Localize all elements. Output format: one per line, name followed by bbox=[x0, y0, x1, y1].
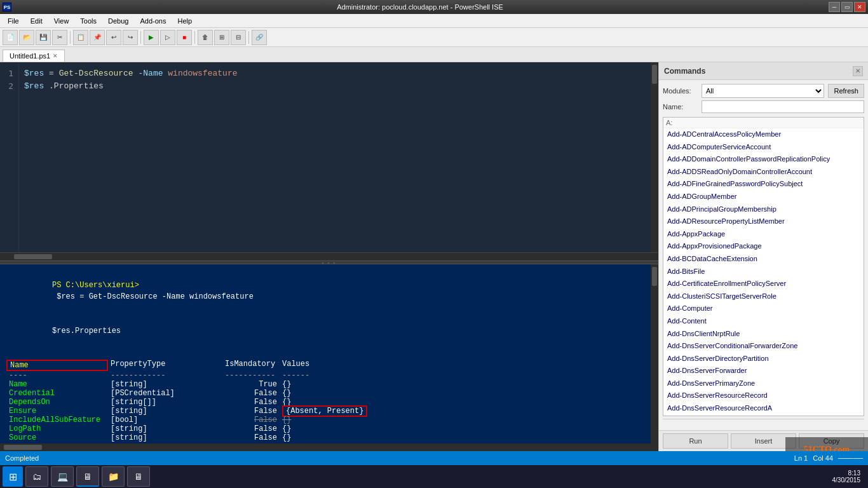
cmd-item-13[interactable]: Add-ClusteriSCSITargetServerRole bbox=[663, 290, 864, 303]
main-content: 1 2 $res = Get-DscResource -Name windows… bbox=[0, 62, 868, 451]
cmd-item-20[interactable]: Add-DnsServerPrimaryZone bbox=[663, 377, 864, 390]
cmd-item-19[interactable]: Add-DnsServerForwarder bbox=[663, 365, 864, 377]
redo-button[interactable]: ↪ bbox=[123, 30, 138, 45]
cmd-item-0[interactable]: Add-ADCentralAccessPolicyMember bbox=[663, 128, 864, 141]
commands-h-scroll[interactable] bbox=[663, 419, 864, 426]
minimize-button[interactable]: ─ bbox=[829, 2, 840, 12]
tab-close-button[interactable]: ✕ bbox=[53, 53, 58, 59]
row2-name: DependsOn bbox=[6, 398, 108, 407]
cmd-item-18[interactable]: Add-DnsServerDirectoryPartition bbox=[663, 353, 864, 365]
status-ln: Ln 1 bbox=[794, 454, 808, 462]
toolbar-sep-1 bbox=[70, 31, 71, 44]
ensure-highlight: {Absent, Present} bbox=[282, 405, 367, 417]
cmd-item-16[interactable]: Add-DnsClientNrptRule bbox=[663, 328, 864, 341]
cmd-item-3[interactable]: Add-ADDSReadOnlyDomainControllerAccount bbox=[663, 166, 864, 179]
terminal-h-scroll[interactable] bbox=[0, 444, 658, 451]
cmd-item-8[interactable]: Add-AppxPackage bbox=[663, 228, 864, 241]
var-res: $res bbox=[24, 69, 44, 78]
cmd-item-1[interactable]: Add-ADComputerServiceAccount bbox=[663, 141, 864, 154]
taskbar-item-4[interactable]: 🖥 bbox=[127, 466, 150, 487]
row6-values: {} bbox=[280, 433, 294, 442]
run-button[interactable]: Run bbox=[663, 433, 728, 449]
terminal-section: PS C:\Users\xierui> $res = Get-DscResour… bbox=[0, 264, 658, 444]
new-file-button[interactable]: 📄 bbox=[3, 30, 18, 45]
editor-scroll-track[interactable] bbox=[651, 62, 658, 252]
taskbar-item-2[interactable]: 🖥 bbox=[76, 466, 99, 487]
title-bar-title: Administrator: pocloud.cloudapp.net - Po… bbox=[11, 3, 829, 11]
status-completed: Completed bbox=[5, 454, 39, 462]
expand-button[interactable]: ⊟ bbox=[231, 30, 246, 45]
cmd-item-17[interactable]: Add-DnsServerConditionalForwarderZone bbox=[663, 340, 864, 353]
menu-debug[interactable]: Debug bbox=[103, 16, 133, 26]
table-row-3: Ensure [string] False {Absent, Present} bbox=[6, 407, 644, 416]
title-bar: PS Administrator: pocloud.cloudapp.net -… bbox=[0, 0, 868, 14]
menu-file[interactable]: File bbox=[3, 16, 24, 26]
cmd-item-14[interactable]: Add-Computer bbox=[663, 302, 864, 315]
menu-edit[interactable]: Edit bbox=[25, 16, 48, 26]
table-row-6: Source [string] False {} bbox=[6, 433, 644, 442]
menu-help[interactable]: Help bbox=[172, 16, 197, 26]
format-button[interactable]: ⊞ bbox=[214, 30, 229, 45]
terminal-scroll-track[interactable] bbox=[651, 264, 658, 444]
cmd-item-11[interactable]: Add-BitsFile bbox=[663, 266, 864, 278]
taskbar-item-1[interactable]: 💻 bbox=[51, 466, 74, 487]
terminal-blank-2 bbox=[6, 442, 644, 444]
commands-close-button[interactable]: ✕ bbox=[853, 66, 863, 76]
menu-view[interactable]: View bbox=[49, 16, 74, 26]
cmd-item-15[interactable]: Add-Content bbox=[663, 315, 864, 328]
refresh-button[interactable]: Refresh bbox=[828, 84, 864, 98]
cmd-item-21[interactable]: Add-DnsServerResourceRecord bbox=[663, 390, 864, 402]
status-bar: Completed Ln 1 Col 44 ───── bbox=[0, 451, 868, 465]
terminal-pane[interactable]: PS C:\Users\xierui> $res = Get-DscResour… bbox=[0, 264, 651, 444]
menu-addons[interactable]: Add-ons bbox=[135, 16, 171, 26]
modules-select[interactable]: All bbox=[702, 84, 824, 98]
run-button[interactable]: ▶ bbox=[144, 30, 159, 45]
table-row-4: IncludeAllSubFeature [bool] False {} bbox=[6, 416, 644, 424]
dash-values: ------ bbox=[280, 371, 312, 380]
paste-button[interactable]: 📌 bbox=[90, 30, 105, 45]
close-button[interactable]: ✕ bbox=[854, 2, 865, 12]
taskbar-item-3[interactable]: 📁 bbox=[102, 466, 125, 487]
cmd-item-7[interactable]: Add-ADResourcePropertyListMember bbox=[663, 215, 864, 228]
taskbar-item-0[interactable]: 🗂 bbox=[25, 466, 48, 487]
copy-button[interactable]: 📋 bbox=[73, 30, 88, 45]
script-editor[interactable]: 1 2 $res = Get-DscResource -Name windows… bbox=[0, 62, 651, 252]
name-input[interactable] bbox=[702, 100, 864, 113]
maximize-button[interactable]: ▭ bbox=[841, 2, 853, 12]
open-button[interactable]: 📂 bbox=[19, 30, 34, 45]
status-left: Completed bbox=[5, 454, 39, 462]
term-prompt-1: PS C:\Users\xierui> bbox=[52, 281, 139, 290]
table-row-5: LogPath [string] False {} bbox=[6, 424, 644, 433]
cmd-item-2[interactable]: Add-ADDomainControllerPasswordReplicatio… bbox=[663, 153, 864, 166]
cmd-item-22[interactable]: Add-DnsServerResourceRecordA bbox=[663, 402, 864, 415]
taskbar: ⊞ 🗂 💻 🖥 📁 🖥 8:13 4/30/2015 bbox=[0, 465, 868, 488]
row4-name: IncludeAllSubFeature bbox=[6, 416, 108, 424]
param-name: -Name bbox=[138, 69, 168, 78]
window-controls[interactable]: ─ ▭ ✕ bbox=[829, 2, 865, 12]
string-windowsfeature: windowsfeature bbox=[168, 69, 237, 78]
taskbar-icon-2: 🖥 bbox=[83, 471, 92, 482]
cmd-item-9[interactable]: Add-AppxProvisionedPackage bbox=[663, 240, 864, 253]
cmd-item-5[interactable]: Add-ADGroupMember bbox=[663, 191, 864, 203]
commands-list-section-a: A: bbox=[663, 118, 864, 128]
clear-output-button[interactable]: 🗑 bbox=[198, 30, 213, 45]
cmd-item-12[interactable]: Add-CertificateEnrollmentPolicyServer bbox=[663, 278, 864, 290]
menu-tools[interactable]: Tools bbox=[75, 16, 102, 26]
cmd-item-10[interactable]: Add-BCDataCacheExtension bbox=[663, 253, 864, 266]
tab-bar: Untitled1.ps1 ✕ bbox=[0, 47, 868, 62]
tab-untitled1[interactable]: Untitled1.ps1 ✕ bbox=[3, 50, 65, 62]
cut-button[interactable]: ✂ bbox=[52, 30, 67, 45]
undo-button[interactable]: ↩ bbox=[106, 30, 121, 45]
cmd-item-6[interactable]: Add-ADPrincipalGroupMembership bbox=[663, 203, 864, 216]
code-area[interactable]: $res = Get-DscResource -Name windowsfeat… bbox=[19, 62, 651, 252]
new-remote-tab-button[interactable]: 🔗 bbox=[252, 30, 267, 45]
run-selection-button[interactable]: ▷ bbox=[160, 30, 175, 45]
stop-button[interactable]: ■ bbox=[177, 30, 192, 45]
start-button[interactable]: ⊞ bbox=[3, 466, 23, 487]
status-col: Col 44 bbox=[813, 454, 833, 462]
cmd-item-4[interactable]: Add-ADFineGrainedPasswordPolicySubject bbox=[663, 178, 864, 191]
cmd-item-23[interactable]: Add-DnsServerResourceRecordAAAA bbox=[663, 415, 864, 416]
commands-list: A: Add-ADCentralAccessPolicyMember Add-A… bbox=[663, 117, 864, 416]
table-row-0: Name [string] True {} bbox=[6, 380, 644, 389]
save-button[interactable]: 💾 bbox=[36, 30, 51, 45]
